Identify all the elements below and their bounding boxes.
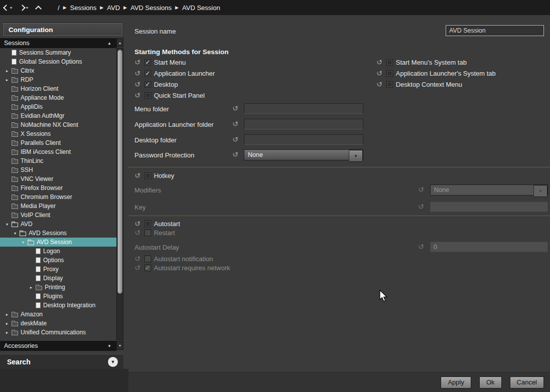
breadcrumb-item-avd-sessions[interactable]: AVD Sessions	[130, 4, 172, 12]
password-protection-select[interactable]: None ▼	[244, 149, 363, 160]
up-button[interactable]	[32, 0, 45, 15]
tree-item-avd[interactable]: ▾AVD	[0, 220, 116, 229]
expander-icon[interactable]: ▸	[30, 285, 36, 290]
app-launcher-folder-input[interactable]	[244, 119, 363, 129]
tree-item-thinlinc[interactable]: ThinLinc	[0, 156, 116, 165]
expander-icon[interactable]: ▸	[6, 312, 12, 317]
tree-item-parallels-client[interactable]: Parallels Client	[0, 138, 116, 147]
restart-row: ↺ Restart	[134, 229, 175, 237]
reset-icon: ↺	[134, 255, 141, 262]
tree-item-label: Plugins	[43, 293, 63, 300]
reset-icon[interactable]: ↺	[376, 81, 382, 88]
checkbox-label: Application Launcher's System tab	[396, 70, 496, 77]
breadcrumb-item-avd[interactable]: AVD	[107, 4, 120, 12]
sessions-section-header[interactable]: Sessions ▲	[0, 38, 116, 48]
tree-item-media-player[interactable]: Media Player	[0, 202, 116, 211]
tree-item-desktop-integration[interactable]: Desktop Integration	[0, 301, 116, 310]
reset-icon[interactable]: ↺	[134, 172, 141, 179]
forward-button[interactable]: ▾	[16, 0, 32, 15]
tree-item-global-session-options[interactable]: Global Session Options	[0, 57, 116, 66]
reset-icon[interactable]: ↺	[134, 92, 141, 99]
accessories-section-header[interactable]: Accessories ▼	[0, 341, 116, 351]
scrollbar-down-button[interactable]: ▼	[116, 341, 123, 350]
reset-icon[interactable]: ↺	[232, 120, 238, 127]
desktop-folder-input[interactable]	[244, 134, 363, 145]
folder-icon	[12, 313, 18, 317]
restart-checkbox	[145, 230, 151, 236]
tree-item-deskmate[interactable]: ▸deskMate	[0, 319, 116, 328]
ok-button[interactable]: Ok	[479, 376, 502, 388]
expander-icon[interactable]: ▸	[6, 330, 12, 335]
tree-item-sessions-summary[interactable]: Sessions Summary	[0, 48, 116, 57]
breadcrumb-item-avd-session[interactable]: AVD Session	[182, 4, 220, 12]
back-dropdown-icon[interactable]: ▾	[10, 6, 12, 10]
session-name-input[interactable]: AVD Session	[446, 25, 544, 36]
reset-icon[interactable]: ↺	[134, 81, 141, 88]
expander-icon[interactable]: ▸	[6, 321, 12, 326]
reset-icon[interactable]: ↺	[232, 136, 238, 143]
tree-item-rdp[interactable]: ▸RDP	[0, 75, 116, 84]
search-expand-button[interactable]: ▼	[107, 356, 118, 367]
expander-icon[interactable]: ▾	[22, 240, 28, 245]
reset-icon[interactable]: ↺	[134, 220, 141, 227]
tree-item-display[interactable]: Display	[0, 274, 116, 283]
tree-item-nomachine-nx-client[interactable]: NoMachine NX Client	[0, 120, 116, 129]
tree-item-evidian-authmgr[interactable]: Evidian AuthMgr	[0, 111, 116, 120]
apply-button[interactable]: Apply	[441, 376, 471, 388]
tree-item-citrix[interactable]: ▸Citrix	[0, 66, 116, 75]
expander-icon[interactable]: ▸	[6, 78, 12, 82]
checkbox-label: Application Launcher	[154, 70, 215, 77]
reset-icon[interactable]: ↺	[376, 70, 382, 77]
cancel-button[interactable]: Cancel	[510, 376, 544, 388]
tree-item-amazon[interactable]: ▸Amazon	[0, 310, 116, 319]
checkbox-desktop[interactable]: ✓	[145, 81, 151, 88]
checkbox-application-launcher[interactable]: ✓	[145, 70, 151, 77]
forward-dropdown-icon[interactable]: ▾	[26, 6, 28, 10]
expander-icon[interactable]: ▾	[6, 222, 12, 227]
tree-item-vnc-viewer[interactable]: VNC Viewer	[0, 174, 116, 183]
folder-icon	[28, 241, 34, 245]
tree-item-plugins[interactable]: Plugins	[0, 292, 116, 301]
reset-icon[interactable]: ↺	[376, 59, 382, 66]
tree-item-horizon-client[interactable]: Horizon Client	[0, 84, 116, 93]
dropdown-arrow-icon[interactable]: ▼	[349, 150, 363, 162]
tree-item-logon[interactable]: Logon	[0, 247, 116, 256]
tree-item-x-sessions[interactable]: X Sessions	[0, 129, 116, 138]
tree-item-proxy[interactable]: Proxy	[0, 265, 116, 274]
tree-item-applidis[interactable]: AppliDis	[0, 102, 116, 111]
scrollbar-thumb[interactable]	[117, 50, 122, 294]
checkbox-start-menu-s-system-tab[interactable]	[386, 59, 393, 66]
reset-icon[interactable]: ↺	[134, 70, 141, 77]
folder-icon	[12, 132, 18, 137]
tree-item-avd-session[interactable]: ▾AVD Session	[0, 238, 116, 247]
scrollbar-up-button[interactable]: ▲	[116, 38, 123, 47]
tree-item-ibm-iaccess-client[interactable]: IBM iAccess Client	[0, 147, 116, 156]
tree-item-printing[interactable]: ▸Printing	[0, 283, 116, 292]
tree-item-appliance-mode[interactable]: Appliance Mode	[0, 93, 116, 102]
tree-item-avd-sessions[interactable]: ▾AVD Sessions	[0, 229, 116, 238]
checkbox-quick-start-panel[interactable]	[145, 92, 151, 99]
menu-folder-input[interactable]	[244, 103, 363, 114]
tree-item-unified-communications[interactable]: ▸Unified Communications	[0, 328, 116, 337]
checkbox-start-menu[interactable]: ✓	[145, 59, 151, 66]
expander-icon[interactable]: ▸	[6, 69, 12, 73]
tree-item-firefox-browser[interactable]: Firefox Browser	[0, 183, 116, 192]
reset-icon[interactable]: ↺	[232, 105, 238, 112]
tree-item-chromium-browser[interactable]: Chromium Browser	[0, 192, 116, 202]
autostart-checkbox[interactable]	[145, 221, 151, 227]
scrollbar-track[interactable]	[116, 48, 123, 340]
expander-icon[interactable]: ▾	[14, 231, 20, 236]
tree-item-label: Evidian AuthMgr	[21, 112, 64, 119]
reset-icon[interactable]: ↺	[134, 59, 141, 66]
hotkey-checkbox[interactable]	[145, 172, 151, 179]
search-section-header[interactable]: Search ▼	[0, 354, 123, 369]
checkbox-desktop-context-menu[interactable]	[386, 81, 393, 88]
tree-item-options[interactable]: Options	[0, 256, 116, 265]
reset-icon[interactable]: ↺	[232, 151, 238, 158]
checkbox-application-launcher-s-system-tab[interactable]	[386, 70, 393, 77]
tree-item-ssh[interactable]: SSH	[0, 165, 116, 174]
tree-item-label: RDP	[21, 76, 33, 83]
tree-item-voip-client[interactable]: VoIP Client	[0, 211, 116, 220]
breadcrumb-item-sessions[interactable]: Sessions	[70, 4, 97, 12]
back-button[interactable]: ▾	[0, 0, 16, 15]
